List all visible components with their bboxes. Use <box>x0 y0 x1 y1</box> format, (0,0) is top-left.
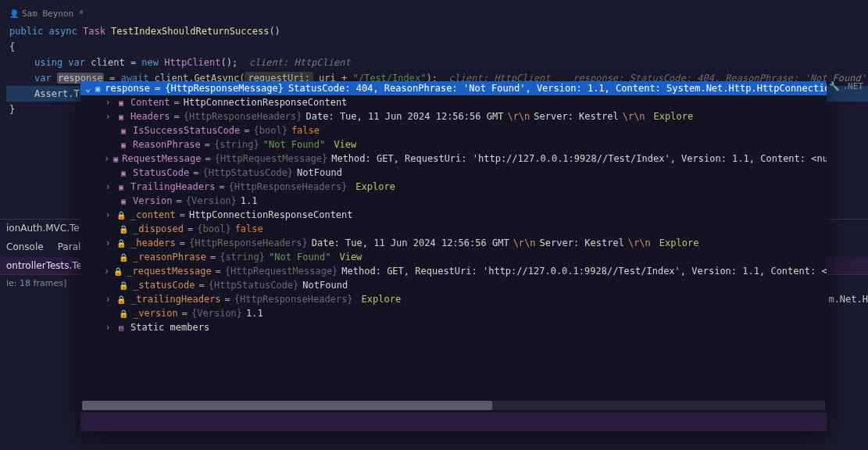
horizontal-scrollbar[interactable] <box>82 401 825 410</box>
explore-action-link[interactable]: Explore <box>659 238 699 248</box>
property-value-part: "Not Found" <box>269 252 330 262</box>
equals-sign: = <box>174 111 180 122</box>
property-row-_statusCode[interactable]: 🔒_statusCode = {HttpStatusCode} NotFound <box>80 278 827 292</box>
property-name: _trailingHeaders <box>130 294 221 305</box>
panel-tab-console[interactable]: Console <box>6 241 44 252</box>
property-value-part: {HttpStatusCode} <box>202 167 293 178</box>
property-value-part: Date: Tue, 11 Jun 2024 12:56:56 GMT <box>306 111 504 122</box>
lock-icon: 🔒 <box>113 266 123 277</box>
property-value-part: false <box>291 125 320 136</box>
chevron-right-icon[interactable]: › <box>104 181 112 192</box>
view-action-link[interactable]: View <box>334 139 356 150</box>
code-line-signature[interactable]: public async Task TestIndexShouldReturnS… <box>6 23 868 39</box>
popup-eq: = <box>155 83 160 94</box>
property-row-_requestMessage[interactable]: ›🔒_requestMessage = {HttpRequestMessage}… <box>80 264 827 278</box>
property-icon: ▣ <box>116 97 127 108</box>
property-row-_trailingHeaders[interactable]: ›🔒_trailingHeaders = {HttpResponseHeader… <box>80 292 827 306</box>
chevron-right-icon[interactable]: › <box>104 238 112 248</box>
equals-sign: = <box>216 266 221 277</box>
equals-sign: = <box>205 139 210 150</box>
property-value-part: {HttpResponseHeaders} <box>189 238 308 248</box>
property-value-part: \r\n <box>623 111 645 122</box>
chevron-down-icon[interactable]: ⌄ <box>85 83 91 94</box>
property-row-TrailingHeaders[interactable]: ›▣TrailingHeaders = {HttpResponseHeaders… <box>80 180 827 194</box>
property-name: _version <box>133 308 178 319</box>
property-value-part: \r\n <box>628 238 651 248</box>
equals-sign: = <box>219 181 224 192</box>
property-icon: ▣ <box>116 111 127 122</box>
property-row-Version[interactable]: ▣Version = {Version} 1.1 <box>80 194 827 208</box>
explore-action-link[interactable]: Explore <box>654 111 694 122</box>
property-name: RequestMessage <box>122 153 201 164</box>
code-line-brace-open[interactable]: { <box>6 39 868 55</box>
author-name: Sam Beynon * <box>22 9 84 19</box>
property-value-part: NotFound <box>297 167 342 178</box>
property-name: _reasonPhrase <box>133 252 206 262</box>
property-value-part: {HttpRequestMessage} <box>225 266 338 277</box>
property-value-part: {HttpResponseHeaders} <box>184 111 302 122</box>
property-row-_content[interactable]: ›🔒_content = HttpConnectionResponseConte… <box>80 208 827 222</box>
property-row-Content[interactable]: ›▣Content = HttpConnectionResponseConten… <box>80 95 827 109</box>
property-row-_reasonPhrase[interactable]: 🔒_reasonPhrase = {string} "Not Found"Vie… <box>80 250 827 264</box>
debugger-variable-popup[interactable]: ⌄ ▣ response = {HttpResponseMessage} Sta… <box>80 81 827 431</box>
property-row-_headers[interactable]: ›🔒_headers = {HttpResponseHeaders} Date:… <box>80 236 827 250</box>
property-name: StatusCode <box>133 167 189 178</box>
equals-sign: = <box>177 195 182 206</box>
property-value-part: \r\n <box>507 111 530 122</box>
chevron-right-icon[interactable]: › <box>104 209 112 220</box>
property-value-part: {bool} <box>254 125 288 136</box>
property-value-part: "Not Found" <box>263 139 325 150</box>
chevron-right-icon[interactable]: › <box>104 322 112 333</box>
popup-footer <box>80 412 827 431</box>
view-action-link[interactable]: View <box>339 252 362 262</box>
popup-header-row[interactable]: ⌄ ▣ response = {HttpResponseMessage} Sta… <box>80 81 827 95</box>
property-row-ReasonPhrase[interactable]: ▣ReasonPhrase = {string} "Not Found"View <box>80 138 827 152</box>
chevron-right-icon[interactable]: › <box>104 294 112 305</box>
property-row-IsSuccessStatusCode[interactable]: ▣IsSuccessStatusCode = {bool} false <box>80 123 827 138</box>
property-name: TrailingHeaders <box>130 181 215 192</box>
scrollbar-thumb[interactable] <box>82 401 492 410</box>
lock-icon: 🔒 <box>116 209 127 220</box>
property-value-part: {HttpStatusCode} <box>209 280 299 291</box>
property-row-_disposed[interactable]: 🔒_disposed = {bool} false <box>80 222 827 236</box>
property-name: _content <box>130 209 176 220</box>
property-row-_version[interactable]: 🔒_version = {Version} 1.1 <box>80 306 827 320</box>
property-value-part: NotFound <box>302 280 348 291</box>
property-value-part: \r\n <box>513 238 536 248</box>
property-name: _headers <box>130 238 176 248</box>
lock-icon: 🔒 <box>116 238 127 248</box>
chevron-right-icon[interactable]: › <box>104 111 112 122</box>
explore-action-link[interactable]: Explore <box>362 294 402 305</box>
property-icon: ▣ <box>118 139 129 150</box>
popup-type: {HttpResponseMessage} <box>165 83 284 94</box>
code-lens-author[interactable]: 👤Sam Beynon * <box>6 6 868 22</box>
property-name: Version <box>133 195 173 206</box>
chevron-right-icon[interactable]: › <box>104 97 112 108</box>
popup-property-list: ›▣Content = HttpConnectionResponseConten… <box>80 95 827 334</box>
equals-sign: = <box>205 153 210 164</box>
property-icon: ▣ <box>113 153 118 164</box>
panel-tab-parallel[interactable]: Paral <box>58 241 81 252</box>
explore-action-link[interactable]: Explore <box>355 181 395 192</box>
person-icon: 👤 <box>9 6 19 22</box>
equals-sign: = <box>193 167 198 178</box>
equals-sign: = <box>182 308 188 319</box>
property-value-part: 1.1 <box>246 308 263 319</box>
chevron-right-icon[interactable]: › <box>104 266 109 277</box>
property-name: Static members <box>130 322 209 333</box>
property-row-RequestMessage[interactable]: ›▣RequestMessage = {HttpRequestMessage} … <box>80 152 827 166</box>
code-line-client[interactable]: using var client = new HttpClient(); cli… <box>6 55 868 70</box>
property-row-Static members[interactable]: ›▤Static members <box>80 320 827 334</box>
property-value-part: {Version} <box>191 308 242 319</box>
dotnet-badge[interactable]: .NET <box>843 81 864 91</box>
property-row-Headers[interactable]: ›▣Headers = {HttpResponseHeaders} Date: … <box>80 109 827 123</box>
build-icon[interactable]: 🔧 <box>829 81 840 91</box>
property-name: _disposed <box>133 223 184 234</box>
property-row-StatusCode[interactable]: ▣StatusCode = {HttpStatusCode} NotFound <box>80 166 827 180</box>
equals-sign: = <box>244 125 249 136</box>
property-value-part: {string} <box>214 139 259 150</box>
property-value-part: {bool} <box>197 223 230 234</box>
peek-text: m.Net.H <box>828 294 868 305</box>
equals-sign: = <box>198 280 204 291</box>
chevron-right-icon[interactable]: › <box>104 153 109 164</box>
